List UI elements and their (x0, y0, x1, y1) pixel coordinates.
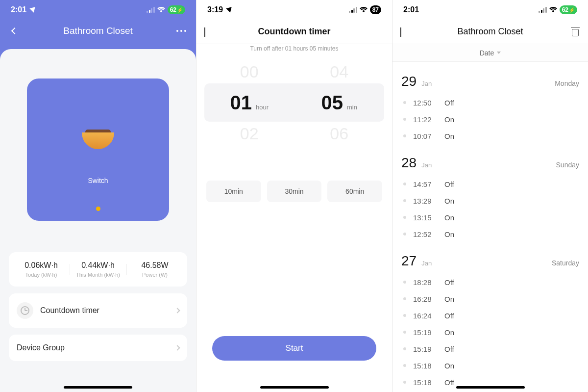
countdown-timer-screen: 3:19 87 Countdown timer Turn off after 0… (196, 0, 392, 392)
clock-time: 3:19 (207, 5, 223, 14)
content-sheet: Switch 0.06kW·h Today (kW·h) 0.44kW·h Th… (0, 49, 196, 392)
event-time: 14:57 (413, 180, 439, 188)
trash-icon (571, 27, 579, 36)
home-indicator[interactable] (456, 386, 525, 389)
day-number: 27 (401, 253, 416, 269)
home-indicator[interactable] (260, 386, 329, 389)
back-button[interactable] (204, 27, 205, 36)
preset-30min[interactable]: 30min (267, 181, 322, 202)
day-month: Jan (421, 80, 432, 87)
title-bar: Bathroom Closet (0, 26, 196, 36)
chevron-left-icon (11, 27, 18, 34)
event-time: 16:28 (413, 295, 439, 303)
row-label: Countdown timer (40, 306, 169, 315)
battery-icon: 62⚡ (560, 5, 577, 14)
history-event[interactable]: 16:28On (401, 290, 579, 307)
history-event[interactable]: 10:07On (401, 128, 579, 144)
history-event[interactable]: 11:22On (401, 111, 579, 128)
back-button[interactable] (400, 27, 401, 36)
light-icon (82, 130, 114, 147)
event-time: 12:50 (413, 99, 439, 107)
history-list[interactable]: 29JanMonday12:50Off11:22On10:07On28JanSu… (392, 63, 588, 392)
day-number: 29 (401, 74, 416, 89)
history-event[interactable]: 15:19On (401, 324, 579, 340)
bullet-icon (403, 233, 406, 235)
day-month: Jan (421, 260, 432, 267)
wifi-icon (157, 7, 166, 13)
bullet-icon (403, 216, 406, 219)
more-button[interactable] (176, 30, 186, 32)
device-group-row[interactable]: Device Group (9, 335, 187, 361)
page-title: Bathroom Closet (457, 26, 523, 37)
history-event[interactable]: 16:24Off (401, 307, 579, 324)
page-title: Bathroom Closet (63, 26, 133, 36)
event-state: On (444, 132, 454, 140)
day-header: 29JanMonday (401, 74, 579, 89)
history-event[interactable]: 13:29On (401, 192, 579, 209)
event-time: 15:19 (413, 345, 439, 353)
countdown-timer-row[interactable]: Countdown timer (9, 293, 187, 328)
time-picker[interactable]: 00 04 01hour 05min 02 06 (204, 60, 384, 145)
history-event[interactable]: 12:52On (401, 226, 579, 242)
event-state: On (444, 230, 454, 238)
bullet-icon (403, 347, 406, 350)
preset-60min[interactable]: 60min (327, 181, 382, 202)
event-time: 15:18 (413, 362, 439, 370)
history-event[interactable]: 12:50Off (401, 94, 579, 111)
start-button[interactable]: Start (212, 336, 376, 361)
bullet-icon (403, 101, 406, 104)
clock-time: 2:01 (403, 5, 419, 14)
bullet-icon (403, 134, 406, 137)
day-weekday: Monday (555, 79, 579, 87)
stats-card: 0.06kW·h Today (kW·h) 0.44kW·h This Mont… (9, 252, 187, 287)
history-event[interactable]: 15:18On (401, 357, 579, 374)
event-time: 15:18 (413, 378, 439, 387)
day-number: 28 (401, 155, 416, 171)
home-indicator[interactable] (64, 386, 132, 389)
history-day: 29JanMonday12:50Off11:22On10:07On (401, 74, 579, 144)
cellular-icon (349, 7, 357, 13)
switch-label: Switch (88, 177, 108, 184)
event-state: Off (444, 378, 454, 387)
status-bar: 2:01 62⚡ (392, 0, 588, 20)
chevron-right-icon (175, 309, 179, 313)
delete-button[interactable] (571, 27, 579, 36)
battery-icon: 87 (370, 5, 381, 14)
event-time: 18:28 (413, 278, 439, 287)
picker-row-prev: 00 04 (204, 60, 384, 83)
bullet-icon (403, 281, 406, 284)
event-state: Off (444, 345, 454, 353)
bullet-icon (403, 199, 406, 202)
day-weekday: Saturday (552, 259, 579, 267)
timer-icon (17, 302, 33, 319)
cellular-icon (539, 7, 547, 13)
event-time: 13:29 (413, 197, 439, 205)
date-filter[interactable]: Date (392, 44, 588, 62)
preset-row: 10min 30min 60min (206, 181, 382, 202)
picker-row-selected: 01hour 05min (204, 83, 384, 122)
bullet-icon (403, 381, 406, 384)
history-event[interactable]: 18:28Off (401, 274, 579, 290)
wifi-icon (359, 7, 368, 13)
switch-tile[interactable]: Switch (27, 78, 169, 221)
history-event[interactable]: 15:19Off (401, 340, 579, 357)
event-state: On (444, 295, 454, 303)
page-title: Countdown timer (258, 26, 331, 37)
battery-icon: 62⚡ (168, 5, 185, 14)
row-label: Device Group (17, 343, 169, 352)
selected-minute: 05 (321, 92, 343, 114)
event-state: On (444, 197, 454, 205)
history-event[interactable]: 13:15On (401, 209, 579, 226)
history-event[interactable]: 14:57Off (401, 176, 579, 192)
bullet-icon (403, 331, 406, 334)
title-bar: Bathroom Closet (392, 20, 588, 44)
bullet-icon (403, 297, 406, 300)
preset-10min[interactable]: 10min (206, 181, 261, 202)
picker-row-next: 02 06 (204, 122, 384, 145)
back-button[interactable] (9, 25, 21, 37)
device-control-screen: 2:01 62⚡ Bathroom Closet Switch (0, 0, 196, 392)
selected-hour: 01 (230, 92, 252, 114)
event-time: 13:15 (413, 213, 439, 222)
status-bar: 3:19 87 (196, 0, 392, 20)
history-day: 27JanSaturday18:28Off16:28On16:24Off15:1… (401, 253, 579, 391)
